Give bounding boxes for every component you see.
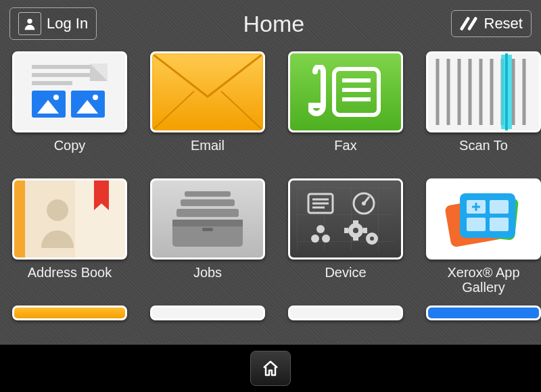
svg-line-46 (364, 197, 369, 203)
app-jobs[interactable]: Jobs (150, 178, 265, 296)
reset-label: Reset (484, 15, 523, 32)
svg-rect-16 (342, 97, 371, 101)
svg-rect-28 (14, 180, 25, 258)
svg-rect-62 (490, 200, 509, 214)
svg-rect-64 (490, 218, 509, 231)
app-label: Jobs (193, 265, 222, 296)
app-gallery-icon (426, 178, 541, 260)
svg-point-48 (322, 235, 330, 243)
address-book-icon (12, 178, 127, 260)
app-grid: Copy Email (12, 51, 529, 320)
svg-point-49 (316, 225, 325, 233)
svg-rect-63 (467, 218, 486, 231)
app-label: Email (191, 138, 225, 169)
app-partial-4[interactable] (426, 305, 541, 320)
svg-point-51 (353, 228, 358, 233)
user-icon (18, 12, 41, 35)
app-label: Copy (54, 138, 86, 169)
partial-icon (288, 305, 403, 320)
svg-rect-15 (342, 88, 371, 92)
login-label: Log In (47, 15, 88, 32)
jobs-icon (150, 178, 265, 260)
app-xerox-app-gallery[interactable]: Xerox® App Gallery (426, 178, 541, 296)
home-icon (261, 360, 280, 377)
svg-rect-60 (460, 193, 515, 238)
svg-rect-55 (353, 237, 358, 241)
svg-point-47 (311, 235, 319, 243)
svg-rect-39 (202, 228, 213, 231)
scan-icon (426, 51, 541, 132)
svg-point-9 (93, 95, 98, 100)
svg-rect-12 (154, 55, 262, 129)
svg-rect-57 (363, 228, 367, 233)
svg-rect-36 (177, 209, 239, 217)
reset-button[interactable]: Reset (451, 10, 532, 37)
partial-icon (12, 305, 127, 320)
svg-point-31 (47, 199, 68, 221)
login-button[interactable]: Log In (9, 7, 97, 40)
svg-rect-3 (32, 81, 72, 85)
svg-rect-14 (342, 78, 371, 82)
app-label: Xerox® App Gallery (426, 265, 541, 296)
svg-rect-54 (353, 220, 358, 224)
app-partial-3[interactable] (288, 305, 403, 320)
reset-icon (460, 16, 479, 32)
svg-point-0 (27, 19, 32, 24)
home-button[interactable] (250, 351, 291, 386)
svg-rect-56 (344, 228, 348, 233)
app-label: Device (325, 265, 366, 296)
header: Log In Home Reset (0, 0, 541, 47)
device-icon (288, 178, 403, 260)
svg-rect-34 (185, 191, 231, 197)
app-fax[interactable]: Fax (288, 51, 403, 169)
partial-icon (426, 305, 541, 320)
app-grid-viewport[interactable]: Copy Email (0, 47, 541, 345)
app-address-book[interactable]: Address Book (12, 178, 127, 296)
copy-icon (12, 51, 127, 132)
svg-rect-38 (172, 220, 243, 226)
envelope-icon (150, 51, 265, 132)
app-scan-to[interactable]: Scan To (426, 51, 541, 169)
app-partial-2[interactable] (150, 305, 265, 320)
app-label: Address Book (28, 265, 112, 296)
page-title: Home (243, 11, 304, 37)
footer (0, 345, 541, 392)
app-partial-1[interactable] (12, 305, 127, 320)
svg-point-6 (53, 95, 59, 100)
svg-point-53 (370, 237, 374, 241)
app-device[interactable]: Device (288, 178, 403, 296)
fax-icon (288, 51, 403, 132)
svg-rect-35 (181, 199, 235, 206)
app-email[interactable]: Email (150, 51, 265, 169)
app-label: Scan To (459, 138, 508, 169)
partial-icon (150, 305, 265, 320)
app-label: Fax (334, 138, 356, 169)
app-copy[interactable]: Copy (12, 51, 127, 169)
